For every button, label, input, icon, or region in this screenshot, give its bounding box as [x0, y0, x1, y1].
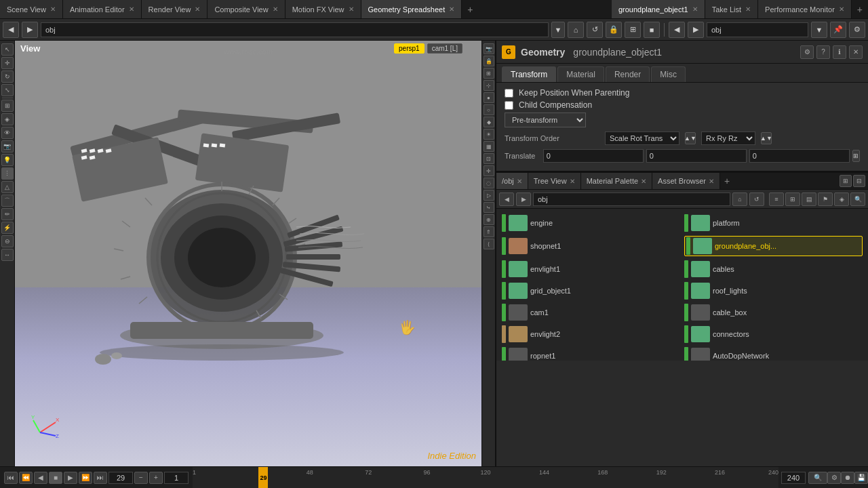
- lock-btn[interactable]: 🔒: [606, 22, 622, 38]
- snap-tool[interactable]: ⊞: [1, 100, 14, 112]
- rp-nav-fwd[interactable]: ▶: [688, 22, 704, 38]
- camera-tool[interactable]: 📷: [1, 140, 14, 152]
- tl-next[interactable]: ⏩: [79, 472, 92, 484]
- node-canvas[interactable]: engine platform shopnet1: [496, 209, 868, 361]
- rp-settings[interactable]: ⚙: [849, 22, 865, 38]
- tab-scene-view[interactable]: Scene View ✕: [0, 0, 63, 18]
- left-path-input[interactable]: [41, 22, 549, 37]
- rs-lights[interactable]: ☀: [484, 129, 494, 140]
- nt-refresh[interactable]: ↺: [749, 192, 764, 206]
- tab-material[interactable]: Material: [557, 66, 604, 82]
- rs-expand[interactable]: ⟨: [484, 239, 494, 249]
- tab-take-list[interactable]: Take List ✕: [705, 0, 758, 18]
- node-roof-lights[interactable]: roof_lights: [684, 282, 863, 300]
- node-tab-asset[interactable]: Asset Browser ✕: [652, 173, 720, 189]
- light-tool[interactable]: 💡: [1, 154, 14, 166]
- tab-render-view[interactable]: Render View ✕: [142, 0, 208, 18]
- tl-prev-frame[interactable]: ⏪: [19, 472, 33, 484]
- node-shopnet1[interactable]: shopnet1: [502, 236, 680, 256]
- tl-goto-end[interactable]: ⏭: [94, 472, 107, 484]
- tl-stop[interactable]: ■: [49, 472, 62, 484]
- rp-jump[interactable]: ▼: [811, 22, 827, 38]
- tab-groundplane[interactable]: groundplane_object1 ✕: [612, 0, 705, 18]
- add-right-tab[interactable]: +: [852, 4, 868, 15]
- tl-minus[interactable]: −: [134, 472, 148, 484]
- rotation-order-arr[interactable]: ▲▼: [761, 132, 772, 144]
- tab-transform[interactable]: Transform: [502, 66, 556, 82]
- jump-btn[interactable]: ▼: [551, 22, 565, 38]
- current-frame-input[interactable]: [108, 472, 133, 484]
- rs-shading[interactable]: ●: [484, 92, 494, 103]
- nt-search[interactable]: 🔍: [850, 192, 865, 206]
- curve-tool[interactable]: ⌒: [1, 195, 14, 207]
- node-collapse-btn[interactable]: ⊟: [853, 175, 865, 187]
- wire-tool[interactable]: ⊖: [1, 235, 14, 247]
- pretransform-select[interactable]: Pre-transform: [505, 113, 586, 127]
- rs-path[interactable]: ⤷: [484, 202, 494, 213]
- rs-ghost[interactable]: ◌: [484, 178, 494, 188]
- move-tool[interactable]: ✛: [1, 57, 14, 69]
- select-tool[interactable]: ↖: [1, 43, 14, 56]
- add-left-tab[interactable]: +: [462, 4, 478, 15]
- frame-step-input[interactable]: [164, 472, 189, 484]
- nt-grid[interactable]: ⊞: [785, 192, 800, 206]
- close-asset-tab[interactable]: ✕: [709, 178, 714, 185]
- close-animation-editor[interactable]: ✕: [129, 5, 134, 13]
- tab-misc[interactable]: Misc: [651, 66, 686, 82]
- geo-settings-btn[interactable]: ⚙: [800, 45, 814, 59]
- tl-save[interactable]: 💾: [854, 472, 868, 484]
- child-compensation-check[interactable]: [505, 101, 513, 110]
- node-ropnet1[interactable]: ropnet1: [502, 347, 680, 361]
- scale-tool[interactable]: ⤡: [1, 84, 14, 96]
- transform-order-select[interactable]: Scale Rot Trans: [605, 131, 679, 145]
- nav-fwd-btn[interactable]: ▶: [22, 22, 38, 38]
- rs-camera[interactable]: 📷: [484, 43, 494, 54]
- close-geometry-spreadsheet[interactable]: ✕: [449, 5, 454, 13]
- tl-play[interactable]: ▶: [64, 472, 77, 484]
- node-cable-box[interactable]: cable_box: [684, 304, 863, 321]
- transform-order-arr[interactable]: ▲▼: [685, 132, 696, 144]
- close-motion-fx[interactable]: ✕: [349, 5, 354, 13]
- end-frame-input[interactable]: [781, 472, 806, 484]
- close-treeview-tab[interactable]: ✕: [570, 178, 575, 185]
- close-obj-tab[interactable]: ✕: [517, 178, 522, 185]
- right-path-input[interactable]: [707, 22, 808, 37]
- nt-color[interactable]: ◈: [834, 192, 849, 206]
- rs-bg[interactable]: ▦: [484, 141, 494, 152]
- node-cables[interactable]: cables: [684, 260, 863, 278]
- node-autodop[interactable]: AutoDopNetwork: [684, 347, 863, 361]
- node-envlight1[interactable]: envlight1: [502, 260, 680, 278]
- nav-back-btn[interactable]: ◀: [3, 22, 19, 38]
- rs-anim[interactable]: ▷: [484, 190, 494, 201]
- close-performance-monitor[interactable]: ✕: [839, 5, 844, 13]
- close-take-list[interactable]: ✕: [745, 5, 751, 13]
- nt-flag[interactable]: ⚑: [818, 192, 833, 206]
- close-render-view[interactable]: ✕: [195, 5, 200, 13]
- tl-prev[interactable]: ◀: [34, 472, 47, 484]
- tl-zoom[interactable]: 🔍: [808, 472, 827, 484]
- translate-y[interactable]: [646, 149, 747, 163]
- rs-detail[interactable]: ⊕: [484, 214, 494, 225]
- paint-tool[interactable]: ✏: [1, 208, 14, 220]
- close-composite-view[interactable]: ✕: [273, 5, 278, 13]
- close-material-tab[interactable]: ✕: [641, 178, 646, 185]
- geo-info-btn[interactable]: ℹ: [833, 45, 846, 59]
- persp-btn[interactable]: persp1: [394, 43, 425, 54]
- rotation-order-select[interactable]: Rx Ry Rz: [701, 131, 755, 145]
- rp-pin[interactable]: 📌: [830, 22, 846, 38]
- rs-view1[interactable]: ⊞: [484, 68, 494, 79]
- nt-fwd[interactable]: ▶: [516, 192, 531, 206]
- cam-btn[interactable]: cam1 [L]: [427, 43, 462, 54]
- timeline-ruler[interactable]: 29 1 48 72 96 120 144 168 192 216 240: [193, 467, 778, 488]
- node-envlight2[interactable]: envlight2: [502, 325, 680, 343]
- translate-x[interactable]: [543, 149, 644, 163]
- tab-animation-editor[interactable]: Animation Editor ✕: [63, 0, 142, 18]
- tab-motion-fx[interactable]: Motion FX View ✕: [285, 0, 361, 18]
- render-btn[interactable]: ■: [644, 22, 660, 38]
- rp-nav-back[interactable]: ◀: [669, 22, 685, 38]
- geo-help-btn[interactable]: ?: [816, 45, 830, 59]
- rs-wireframe[interactable]: ○: [484, 104, 494, 115]
- node-grid-object1[interactable]: grid_object1: [502, 282, 680, 300]
- rs-orient[interactable]: ⊹: [484, 80, 494, 91]
- rs-render[interactable]: ⊡: [484, 153, 494, 164]
